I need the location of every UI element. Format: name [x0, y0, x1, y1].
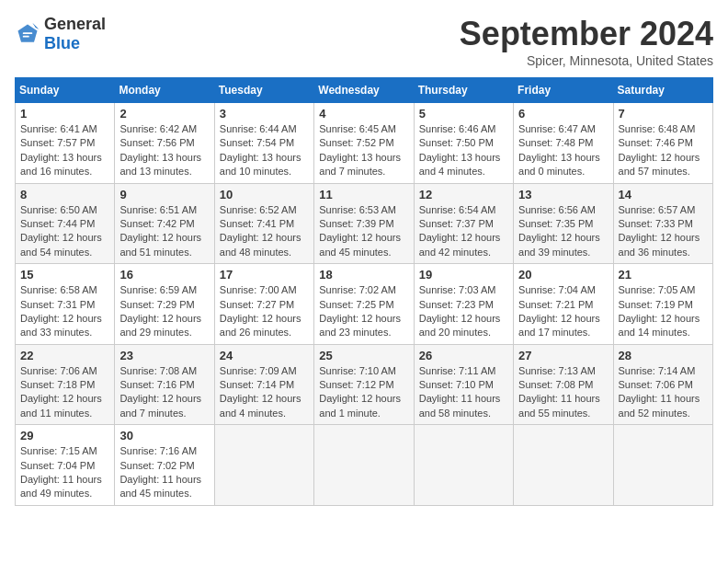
calendar-cell: 4Sunrise: 6:45 AMSunset: 7:52 PMDaylight…: [314, 103, 414, 184]
calendar-cell: 29Sunrise: 7:15 AMSunset: 7:04 PMDayligh…: [16, 425, 115, 506]
day-number: 7: [619, 107, 708, 121]
calendar-cell: 13Sunrise: 6:56 AMSunset: 7:35 PMDayligh…: [514, 183, 613, 264]
calendar-cell: 15Sunrise: 6:58 AMSunset: 7:31 PMDayligh…: [16, 264, 115, 345]
weekday-header-sunday: Sunday: [16, 78, 115, 103]
day-detail: Sunrise: 6:44 AMSunset: 7:54 PMDaylight:…: [220, 122, 309, 179]
day-detail: Sunrise: 6:59 AMSunset: 7:29 PMDaylight:…: [119, 283, 209, 340]
day-number: 1: [20, 107, 109, 121]
day-number: 25: [319, 349, 408, 362]
day-number: 27: [518, 349, 608, 362]
day-number: 24: [220, 349, 309, 362]
day-detail: Sunrise: 7:15 AMSunset: 7:04 PMDaylight:…: [20, 444, 109, 501]
calendar-cell: 5Sunrise: 6:46 AMSunset: 7:50 PMDaylight…: [414, 103, 513, 184]
calendar-cell: 11Sunrise: 6:53 AMSunset: 7:39 PMDayligh…: [314, 183, 414, 264]
calendar-cell: 30Sunrise: 7:16 AMSunset: 7:02 PMDayligh…: [115, 425, 214, 506]
day-detail: Sunrise: 6:56 AMSunset: 7:35 PMDaylight:…: [518, 203, 608, 260]
calendar-cell: 3Sunrise: 6:44 AMSunset: 7:54 PMDaylight…: [214, 103, 313, 184]
month-title: September 2024: [460, 15, 713, 53]
day-detail: Sunrise: 7:04 AMSunset: 7:21 PMDaylight:…: [518, 283, 608, 340]
weekday-header-row: SundayMondayTuesdayWednesdayThursdayFrid…: [16, 78, 713, 103]
day-detail: Sunrise: 6:54 AMSunset: 7:37 PMDaylight:…: [419, 203, 508, 260]
calendar-cell: 12Sunrise: 6:54 AMSunset: 7:37 PMDayligh…: [414, 183, 513, 264]
day-number: 6: [518, 107, 608, 121]
day-number: 11: [319, 188, 408, 201]
day-number: 5: [419, 107, 508, 121]
calendar-cell: 20Sunrise: 7:04 AMSunset: 7:21 PMDayligh…: [514, 264, 613, 345]
day-number: 4: [319, 107, 408, 121]
location-subtitle: Spicer, Minnesota, United States: [460, 53, 713, 68]
calendar-cell: 18Sunrise: 7:02 AMSunset: 7:25 PMDayligh…: [314, 264, 414, 345]
day-detail: Sunrise: 6:57 AMSunset: 7:33 PMDaylight:…: [619, 203, 708, 260]
logo-text: General Blue: [44, 15, 106, 53]
day-detail: Sunrise: 6:45 AMSunset: 7:52 PMDaylight:…: [319, 122, 408, 179]
day-detail: Sunrise: 7:16 AMSunset: 7:02 PMDaylight:…: [119, 444, 209, 501]
calendar-cell: 8Sunrise: 6:50 AMSunset: 7:44 PMDaylight…: [16, 183, 115, 264]
calendar-cell: 2Sunrise: 6:42 AMSunset: 7:56 PMDaylight…: [115, 103, 214, 184]
calendar-cell: 9Sunrise: 6:51 AMSunset: 7:42 PMDaylight…: [115, 183, 214, 264]
title-area: September 2024 Spicer, Minnesota, United…: [460, 15, 713, 68]
day-number: 12: [419, 188, 508, 201]
day-detail: Sunrise: 6:58 AMSunset: 7:31 PMDaylight:…: [20, 283, 109, 340]
day-detail: Sunrise: 7:03 AMSunset: 7:23 PMDaylight:…: [419, 283, 508, 340]
calendar-cell: 26Sunrise: 7:11 AMSunset: 7:10 PMDayligh…: [414, 344, 513, 425]
day-number: 8: [20, 188, 109, 201]
calendar-cell: [214, 425, 313, 506]
calendar-cell: 17Sunrise: 7:00 AMSunset: 7:27 PMDayligh…: [214, 264, 313, 345]
weekday-header-monday: Monday: [115, 78, 214, 103]
day-detail: Sunrise: 7:05 AMSunset: 7:19 PMDaylight:…: [619, 283, 708, 340]
calendar-cell: 23Sunrise: 7:08 AMSunset: 7:16 PMDayligh…: [115, 344, 214, 425]
day-detail: Sunrise: 7:11 AMSunset: 7:10 PMDaylight:…: [419, 364, 508, 421]
day-detail: Sunrise: 6:50 AMSunset: 7:44 PMDaylight:…: [20, 203, 109, 260]
day-detail: Sunrise: 7:14 AMSunset: 7:06 PMDaylight:…: [619, 364, 708, 421]
calendar-cell: 27Sunrise: 7:13 AMSunset: 7:08 PMDayligh…: [514, 344, 613, 425]
day-number: 21: [619, 268, 708, 282]
day-detail: Sunrise: 7:13 AMSunset: 7:08 PMDaylight:…: [518, 364, 608, 421]
weekday-header-wednesday: Wednesday: [314, 78, 414, 103]
week-row-2: 8Sunrise: 6:50 AMSunset: 7:44 PMDaylight…: [16, 183, 713, 264]
svg-rect-2: [23, 32, 33, 34]
day-number: 2: [119, 107, 209, 121]
day-number: 30: [119, 429, 209, 442]
day-detail: Sunrise: 7:02 AMSunset: 7:25 PMDaylight:…: [319, 283, 408, 340]
day-number: 9: [119, 188, 209, 201]
day-number: 10: [220, 188, 309, 201]
day-number: 22: [20, 349, 109, 362]
logo-general: General: [44, 15, 106, 33]
calendar-cell: [314, 425, 414, 506]
weekday-header-saturday: Saturday: [613, 78, 712, 103]
day-number: 18: [319, 268, 408, 282]
logo: General Blue: [15, 15, 106, 53]
calendar-cell: 14Sunrise: 6:57 AMSunset: 7:33 PMDayligh…: [613, 183, 712, 264]
day-number: 23: [119, 349, 209, 362]
day-number: 17: [220, 268, 309, 282]
day-detail: Sunrise: 7:10 AMSunset: 7:12 PMDaylight:…: [319, 364, 408, 421]
day-detail: Sunrise: 6:51 AMSunset: 7:42 PMDaylight:…: [119, 203, 209, 260]
calendar-table: SundayMondayTuesdayWednesdayThursdayFrid…: [15, 77, 713, 506]
day-detail: Sunrise: 7:09 AMSunset: 7:14 PMDaylight:…: [220, 364, 309, 421]
day-detail: Sunrise: 7:08 AMSunset: 7:16 PMDaylight:…: [119, 364, 209, 421]
weekday-header-thursday: Thursday: [414, 78, 513, 103]
day-number: 20: [518, 268, 608, 282]
day-number: 14: [619, 188, 708, 201]
calendar-cell: 7Sunrise: 6:48 AMSunset: 7:46 PMDaylight…: [613, 103, 712, 184]
day-number: 13: [518, 188, 608, 201]
calendar-cell: [514, 425, 613, 506]
day-detail: Sunrise: 6:46 AMSunset: 7:50 PMDaylight:…: [419, 122, 508, 179]
calendar-cell: 19Sunrise: 7:03 AMSunset: 7:23 PMDayligh…: [414, 264, 513, 345]
week-row-4: 22Sunrise: 7:06 AMSunset: 7:18 PMDayligh…: [16, 344, 713, 425]
header: General Blue September 2024 Spicer, Minn…: [15, 15, 713, 68]
week-row-3: 15Sunrise: 6:58 AMSunset: 7:31 PMDayligh…: [16, 264, 713, 345]
calendar-cell: 22Sunrise: 7:06 AMSunset: 7:18 PMDayligh…: [16, 344, 115, 425]
day-detail: Sunrise: 6:42 AMSunset: 7:56 PMDaylight:…: [119, 122, 209, 179]
weekday-header-friday: Friday: [514, 78, 613, 103]
day-number: 29: [20, 429, 109, 442]
day-number: 19: [419, 268, 508, 282]
calendar-cell: 6Sunrise: 6:47 AMSunset: 7:48 PMDaylight…: [514, 103, 613, 184]
calendar-cell: 25Sunrise: 7:10 AMSunset: 7:12 PMDayligh…: [314, 344, 414, 425]
day-detail: Sunrise: 6:41 AMSunset: 7:57 PMDaylight:…: [20, 122, 109, 179]
logo-blue: Blue: [44, 34, 80, 52]
calendar-cell: 1Sunrise: 6:41 AMSunset: 7:57 PMDaylight…: [16, 103, 115, 184]
week-row-5: 29Sunrise: 7:15 AMSunset: 7:04 PMDayligh…: [16, 425, 713, 506]
calendar-cell: 21Sunrise: 7:05 AMSunset: 7:19 PMDayligh…: [613, 264, 712, 345]
day-number: 26: [419, 349, 508, 362]
